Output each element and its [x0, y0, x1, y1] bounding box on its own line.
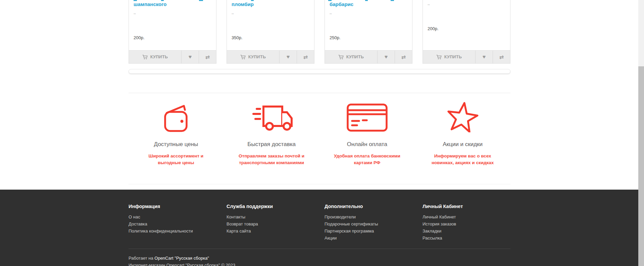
feature-title: Быстрая доставка [224, 141, 319, 148]
scrollbar-thumb[interactable] [638, 66, 644, 266]
delivery-truck-icon [249, 105, 294, 132]
footer-link-delivery[interactable]: Доставка [129, 221, 147, 226]
buy-button[interactable]: КУПИТЬ [325, 51, 377, 63]
footer-link-account[interactable]: Личный Кабинет [423, 214, 456, 219]
product-price: 200р. [134, 35, 145, 40]
features-row: Доступные цены Широкий ассортимент и выг… [128, 99, 510, 166]
footer-link-newsletter[interactable]: Рассылка [423, 236, 442, 241]
footer-column-information: Информация О нас Доставка Политика конфи… [129, 204, 222, 235]
footer-heading: Дополнительно [325, 204, 418, 209]
wishlist-button[interactable]: ♥ [181, 51, 199, 63]
cart-icon [338, 55, 344, 60]
star-icon [446, 102, 480, 132]
footer-link-returns[interactable]: Возврат товара [227, 221, 258, 226]
feature-text: Отправляем заказы почтой и транспортными… [224, 153, 319, 166]
compare-button[interactable]: ⇄ [395, 51, 412, 63]
product-price: 200р. [428, 26, 439, 31]
footer-link-wishlist[interactable]: Закладки [423, 228, 441, 234]
footer-link-order-history[interactable]: История заказов [423, 221, 456, 226]
compare-button[interactable]: ⇄ [297, 51, 314, 63]
product-title-link[interactable]: пломбир [232, 1, 311, 8]
heart-icon: ♥ [483, 54, 486, 60]
product-card: барбарис .. 250р. КУПИТЬ ♥ ⇄ [325, 0, 412, 64]
product-price: 250р. [330, 35, 341, 40]
page: шампанского .. 200р. КУПИТЬ ♥ ⇄ пломбир … [0, 0, 644, 266]
wishlist-button[interactable]: ♥ [475, 51, 493, 63]
feature-text: Информируем вас о всех новинках, акциях … [415, 153, 510, 166]
feature-title: Доступные цены [128, 141, 224, 148]
footer: Информация О нас Доставка Политика конфи… [0, 190, 638, 266]
wishlist-button[interactable]: ♥ [279, 51, 297, 63]
wallet-icon [162, 103, 189, 132]
wishlist-button[interactable]: ♥ [377, 51, 395, 63]
product-card: .. 200р. КУПИТЬ ♥ ⇄ [423, 0, 510, 64]
heart-icon: ♥ [287, 54, 290, 60]
footer-link-gift-certificates[interactable]: Подарочные сертификаты [325, 221, 378, 226]
buy-button-label: КУПИТЬ [248, 55, 266, 59]
heart-icon: ♥ [189, 54, 192, 60]
product-price: 350р. [232, 35, 243, 40]
buy-button-label: КУПИТЬ [150, 55, 168, 59]
powered-by-text: Работает на [129, 256, 154, 261]
product-card: шампанского .. 200р. КУПИТЬ ♥ ⇄ [129, 0, 216, 64]
product-description: .. [134, 10, 136, 15]
footer-link-specials[interactable]: Акции [325, 236, 337, 241]
compare-arrows-icon: ⇄ [205, 54, 210, 60]
buy-button[interactable]: КУПИТЬ [423, 51, 475, 63]
footer-link-sitemap[interactable]: Карта сайта [227, 228, 251, 234]
product-description: .. [428, 1, 430, 6]
compare-button[interactable]: ⇄ [493, 51, 510, 63]
cart-icon [240, 55, 246, 60]
footer-link-manufacturers[interactable]: Производители [325, 214, 356, 219]
feature-text: Удобная оплата банковскими картами РФ [319, 153, 415, 166]
product-card: пломбир .. 350р. КУПИТЬ ♥ ⇄ [227, 0, 314, 64]
content-panel-bottom [129, 69, 510, 74]
feature-payment: Онлайн оплата Удобная оплата банковскими… [319, 99, 415, 166]
product-button-row: КУПИТЬ ♥ ⇄ [227, 50, 314, 63]
cart-icon [436, 55, 442, 60]
feature-title: Акции и скидки [415, 141, 510, 148]
product-description: .. [232, 10, 234, 15]
footer-column-support: Служба поддержки Контакты Возврат товара… [227, 204, 320, 235]
buy-button-label: КУПИТЬ [444, 55, 462, 59]
footer-link-affiliate[interactable]: Партнерская программа [325, 228, 374, 234]
product-button-row: КУПИТЬ ♥ ⇄ [423, 50, 510, 63]
footer-column-account: Личный Кабинет Личный Кабинет История за… [423, 204, 516, 242]
product-title-link[interactable]: шампанского [134, 1, 213, 8]
product-description: .. [330, 10, 332, 15]
opencart-link[interactable]: OpenCart "Русская сборка" [154, 256, 209, 261]
divider [129, 184, 510, 184]
powered-by: Работает на OpenCart "Русская сборка" [129, 256, 209, 261]
footer-link-contacts[interactable]: Контакты [227, 214, 245, 219]
footer-heading: Личный Кабинет [423, 204, 516, 209]
buy-button[interactable]: КУПИТЬ [129, 51, 181, 63]
buy-button-label: КУПИТЬ [346, 55, 364, 59]
feature-delivery: Быстрая доставка Отправляем заказы почто… [224, 99, 319, 166]
product-button-row: КУПИТЬ ♥ ⇄ [325, 50, 412, 63]
compare-arrows-icon: ⇄ [499, 54, 504, 60]
copyright-line: Интернет-магазин Opencart "Русская сборк… [129, 263, 235, 266]
feature-sales: Акции и скидки Информируем вас о всех но… [415, 99, 510, 166]
footer-column-extra: Дополнительно Производители Подарочные с… [325, 204, 418, 242]
footer-heading: Информация [129, 204, 222, 209]
feature-text: Широкий ассортимент и выгодные цены [128, 153, 224, 166]
compare-arrows-icon: ⇄ [401, 54, 406, 60]
compare-arrows-icon: ⇄ [303, 54, 308, 60]
buy-button[interactable]: КУПИТЬ [227, 51, 279, 63]
heart-icon: ♥ [385, 54, 388, 60]
compare-button[interactable]: ⇄ [199, 51, 216, 63]
divider [129, 93, 510, 93]
footer-heading: Служба поддержки [227, 204, 320, 209]
product-title-link[interactable]: барбарис [330, 1, 409, 8]
credit-card-icon [346, 103, 388, 132]
feature-prices: Доступные цены Широкий ассортимент и выг… [128, 99, 224, 166]
footer-link-privacy[interactable]: Политика конфиденциальности [129, 228, 193, 234]
footer-link-about[interactable]: О нас [129, 214, 140, 219]
feature-title: Онлайн оплата [319, 141, 415, 148]
product-button-row: КУПИТЬ ♥ ⇄ [129, 50, 216, 63]
footer-divider [129, 249, 510, 249]
cart-icon [142, 55, 148, 60]
